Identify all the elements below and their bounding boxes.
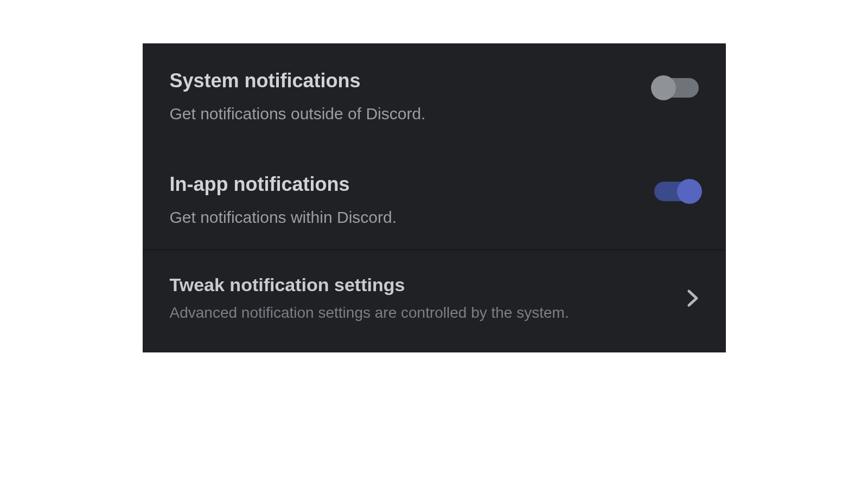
tweak-settings-subtitle: Advanced notification settings are contr… bbox=[170, 303, 665, 322]
system-notifications-toggle[interactable] bbox=[654, 78, 699, 98]
settings-section: System notifications Get notifications o… bbox=[143, 43, 726, 249]
notification-settings-panel: System notifications Get notifications o… bbox=[143, 43, 726, 352]
system-notifications-subtitle: Get notifications outside of Discord. bbox=[170, 104, 633, 124]
system-notifications-title: System notifications bbox=[170, 69, 633, 92]
in-app-notifications-text: In-app notifications Get notifications w… bbox=[170, 173, 633, 228]
in-app-notifications-subtitle: Get notifications within Discord. bbox=[170, 207, 633, 228]
in-app-notifications-title: In-app notifications bbox=[170, 173, 633, 195]
system-notifications-row: System notifications Get notifications o… bbox=[170, 69, 699, 124]
toggle-knob-icon bbox=[651, 75, 676, 100]
system-notifications-text: System notifications Get notifications o… bbox=[170, 69, 633, 124]
tweak-settings-row[interactable]: Tweak notification settings Advanced not… bbox=[143, 249, 726, 352]
in-app-notifications-row: In-app notifications Get notifications w… bbox=[170, 173, 699, 228]
tweak-settings-title: Tweak notification settings bbox=[170, 274, 665, 296]
chevron-right-icon bbox=[687, 289, 699, 307]
toggle-knob-icon bbox=[677, 179, 702, 204]
tweak-settings-text: Tweak notification settings Advanced not… bbox=[170, 274, 665, 322]
in-app-notifications-toggle[interactable] bbox=[654, 182, 699, 201]
